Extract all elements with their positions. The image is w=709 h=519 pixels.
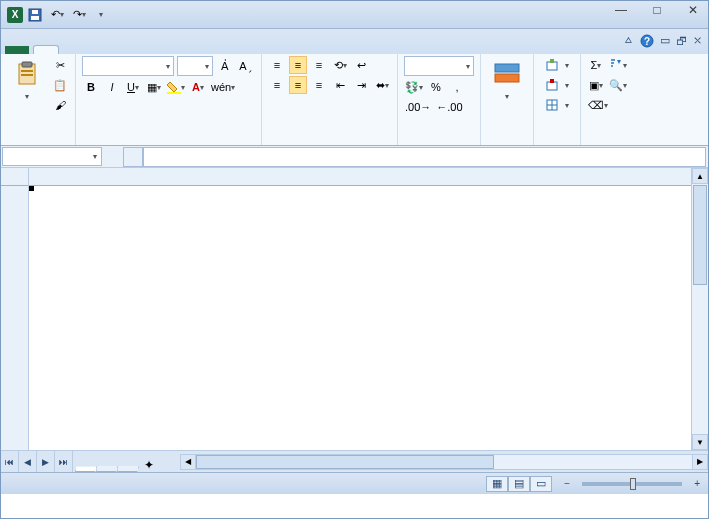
- tab-file[interactable]: [5, 46, 29, 54]
- svg-rect-2: [32, 10, 38, 14]
- minimize-button[interactable]: —: [610, 3, 632, 17]
- tab-page-layout[interactable]: [83, 46, 107, 54]
- sheet-nav-last-icon[interactable]: ⏭: [55, 451, 73, 472]
- view-page-layout-icon[interactable]: ▤: [508, 476, 530, 492]
- format-painter-icon[interactable]: 🖌: [51, 96, 69, 114]
- group-label-number: [404, 141, 474, 145]
- scroll-right-icon[interactable]: ▶: [692, 454, 708, 470]
- excel-app-icon: X: [7, 7, 23, 23]
- format-cells-button[interactable]: ▾: [540, 96, 574, 114]
- font-size-combo[interactable]: ▾: [177, 56, 213, 76]
- number-format-combo[interactable]: ▾: [404, 56, 474, 76]
- qat-customize-icon[interactable]: ▾: [91, 5, 111, 25]
- delete-cells-button[interactable]: ▾: [540, 76, 574, 94]
- group-label-clipboard: [7, 141, 69, 145]
- tab-formulas[interactable]: [107, 46, 131, 54]
- tab-data[interactable]: [131, 46, 155, 54]
- font-color-icon[interactable]: A▾: [189, 78, 207, 96]
- sheet-tab-2[interactable]: [96, 466, 118, 472]
- new-sheet-icon[interactable]: ✦: [138, 458, 160, 472]
- increase-decimal-icon[interactable]: .00→: [404, 98, 432, 116]
- ribbon-minimize-icon[interactable]: ㅿ: [623, 33, 634, 48]
- align-left-icon[interactable]: ≡: [268, 76, 286, 94]
- select-all-corner[interactable]: [1, 168, 28, 186]
- decrease-indent-icon[interactable]: ⇤: [331, 76, 349, 94]
- hscroll-thumb[interactable]: [196, 455, 494, 469]
- zoom-slider[interactable]: [582, 482, 682, 486]
- orientation-icon[interactable]: ⟲▾: [331, 56, 349, 74]
- svg-rect-13: [550, 59, 554, 63]
- group-label-align: [268, 141, 391, 145]
- sheet-nav-first-icon[interactable]: ⏮: [1, 451, 19, 472]
- cut-icon[interactable]: ✂: [51, 56, 69, 74]
- merge-center-icon[interactable]: ⬌▾: [373, 76, 391, 94]
- help-icon[interactable]: ?: [640, 34, 654, 48]
- svg-rect-15: [550, 79, 554, 83]
- redo-icon[interactable]: ↷▾: [69, 5, 89, 25]
- horizontal-scrollbar[interactable]: ◀ ▶: [180, 451, 708, 472]
- comma-icon[interactable]: ,: [448, 78, 466, 96]
- scroll-down-icon[interactable]: ▼: [692, 434, 708, 450]
- phonetic-icon[interactable]: wén▾: [210, 78, 236, 96]
- selection-box: [29, 186, 33, 190]
- maximize-button[interactable]: □: [646, 3, 668, 17]
- zoom-out-icon[interactable]: −: [564, 478, 570, 489]
- window-controls: — □ ✕: [610, 3, 704, 17]
- window-minimize-icon[interactable]: ▭: [660, 34, 670, 47]
- align-top-icon[interactable]: ≡: [268, 56, 286, 74]
- tab-home[interactable]: [33, 45, 59, 54]
- window-restore-icon[interactable]: 🗗: [676, 35, 687, 47]
- font-name-combo[interactable]: ▾: [82, 56, 174, 76]
- sheet-tab-3[interactable]: [117, 466, 139, 472]
- decrease-decimal-icon[interactable]: ←.00: [435, 98, 463, 116]
- autosum-icon[interactable]: Σ▾: [587, 56, 605, 74]
- copy-icon[interactable]: 📋: [51, 76, 69, 94]
- tab-insert[interactable]: [59, 46, 83, 54]
- percent-icon[interactable]: %: [427, 78, 445, 96]
- align-right-icon[interactable]: ≡: [310, 76, 328, 94]
- zoom-in-icon[interactable]: +: [694, 478, 700, 489]
- name-box[interactable]: ▾: [2, 147, 102, 166]
- tab-view[interactable]: [179, 46, 203, 54]
- vertical-scrollbar[interactable]: ▲ ▼: [691, 168, 708, 450]
- tab-developer[interactable]: [203, 46, 227, 54]
- sheet-nav-prev-icon[interactable]: ◀: [19, 451, 37, 472]
- formula-input[interactable]: [143, 147, 706, 167]
- increase-indent-icon[interactable]: ⇥: [352, 76, 370, 94]
- scroll-left-icon[interactable]: ◀: [180, 454, 196, 470]
- save-icon[interactable]: [25, 5, 45, 25]
- vscroll-thumb[interactable]: [693, 185, 707, 285]
- underline-button[interactable]: U▾: [124, 78, 142, 96]
- decrease-font-icon[interactable]: Aˏ: [237, 57, 255, 75]
- align-center-icon[interactable]: ≡: [289, 76, 307, 94]
- fill-color-icon[interactable]: ▾: [166, 78, 186, 96]
- fx-icon[interactable]: [123, 147, 143, 167]
- svg-rect-8: [21, 74, 33, 76]
- find-select-icon[interactable]: 🔍▾: [608, 76, 628, 94]
- fill-icon[interactable]: ▣▾: [587, 76, 605, 94]
- status-bar: ▦ ▤ ▭ − +: [1, 472, 708, 494]
- bold-button[interactable]: B: [82, 78, 100, 96]
- undo-icon[interactable]: ↶▾: [47, 5, 67, 25]
- sort-filter-icon[interactable]: ▾: [608, 56, 628, 74]
- svg-rect-11: [495, 74, 519, 82]
- paste-button[interactable]: ▾: [7, 56, 47, 101]
- align-middle-icon[interactable]: ≡: [289, 56, 307, 74]
- cell-styles-button[interactable]: ▾: [487, 56, 527, 101]
- insert-cells-button[interactable]: ▾: [540, 56, 574, 74]
- scroll-up-icon[interactable]: ▲: [692, 168, 708, 184]
- close-button[interactable]: ✕: [682, 3, 704, 17]
- sheet-tab-1[interactable]: [75, 466, 97, 472]
- tab-review[interactable]: [155, 46, 179, 54]
- view-page-break-icon[interactable]: ▭: [530, 476, 552, 492]
- clear-icon[interactable]: ⌫▾: [587, 96, 609, 114]
- border-icon[interactable]: ▦▾: [145, 78, 163, 96]
- italic-button[interactable]: I: [103, 78, 121, 96]
- view-normal-icon[interactable]: ▦: [486, 476, 508, 492]
- increase-font-icon[interactable]: A̍: [216, 57, 234, 75]
- align-bottom-icon[interactable]: ≡: [310, 56, 328, 74]
- sheet-nav-next-icon[interactable]: ▶: [37, 451, 55, 472]
- currency-icon[interactable]: 💱▾: [404, 78, 424, 96]
- window-close-icon[interactable]: ⤬: [693, 34, 702, 47]
- wrap-text-icon[interactable]: ↩: [352, 56, 370, 74]
